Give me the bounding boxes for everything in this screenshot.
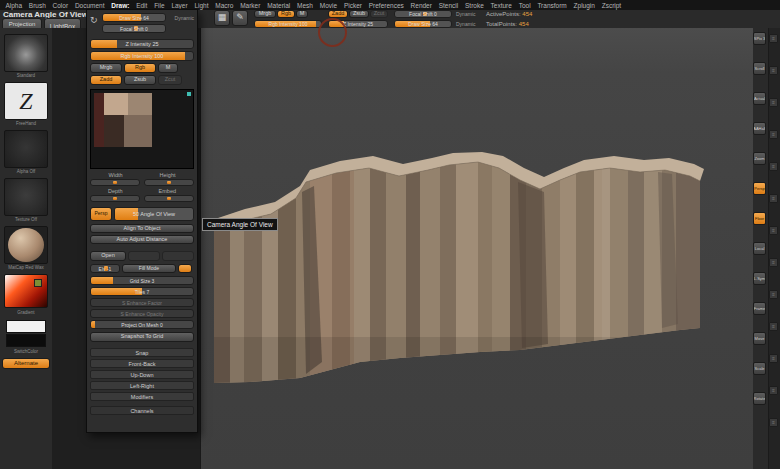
fill-mode-button[interactable]: Fill Mode [122,264,176,273]
menu-stroke[interactable]: Stroke [462,2,488,9]
secondary-color-swatch[interactable] [6,334,46,347]
menu-layer[interactable]: Layer [168,2,191,9]
zadd-button[interactable]: Zadd [328,10,348,18]
rgb-button[interactable]: Rgb [277,10,295,18]
panel-zcut-button[interactable]: Zcut [158,75,182,85]
draw-pointer-button[interactable]: ✎ [232,10,248,26]
terrain-mesh[interactable] [206,152,706,393]
tray-divider-icon[interactable]: ≡ [769,66,778,75]
spix-slider[interactable]: SPix 3 [753,32,766,45]
current-brush-thumbnail[interactable] [4,34,48,72]
menu-macro[interactable]: Macro [212,2,237,9]
panel-draw-size-slider[interactable]: Draw Size 64 [102,13,166,22]
menu-draw[interactable]: Draw: [108,2,133,9]
switchcolor-label[interactable]: SwitchColor [2,349,50,354]
panel-m-button[interactable]: M [158,63,178,73]
current-material-thumbnail[interactable] [4,226,48,264]
tray-divider-icon[interactable]: ≡ [769,162,778,171]
width-slider[interactable] [90,179,140,186]
scale-button[interactable]: Scale [753,362,766,375]
current-alpha-thumbnail[interactable] [4,130,48,168]
lsym-button[interactable]: L.Sym [753,272,766,285]
open-button[interactable]: Open [90,251,126,261]
menu-color[interactable]: Color [49,2,71,9]
zoom-button[interactable]: Zoom [753,152,766,165]
front-back-section-button[interactable]: Front-Back [90,359,194,368]
menu-tool[interactable]: Tool [515,2,534,9]
panel-focal-shift-slider[interactable]: Focal Shift 0 [102,24,166,33]
main-color-swatch[interactable] [6,320,46,333]
panel-rgb-button[interactable]: Rgb [124,63,156,73]
menu-stencil[interactable]: Stencil [435,2,461,9]
menu-mesh[interactable]: Mesh [294,2,317,9]
local-button[interactable]: Local [753,242,766,255]
panel-persp-button[interactable]: Persp [90,207,112,221]
aahalf-button[interactable]: AAHalf [753,122,766,135]
tray-divider-icon[interactable]: ≡ [769,258,778,267]
s-enhance-factor-slider[interactable]: S Enhance Factor [90,298,194,307]
menu-file[interactable]: File [151,2,168,9]
file-slot-button[interactable] [128,251,160,261]
rgb-intensity-slider[interactable]: Rgb Intensity 100 [254,20,322,28]
menu-document[interactable]: Document [72,2,108,9]
tray-divider-icon[interactable]: ≡ [769,290,778,299]
menu-alpha[interactable]: Alpha [2,2,25,9]
current-texture-thumbnail[interactable] [4,178,48,216]
elv-slider[interactable]: Elv -1 [90,264,120,273]
panel-z-intensity-slider[interactable]: Z Intensity 25 [90,39,194,49]
zcut-button[interactable]: Zcut [370,10,388,18]
snapshot-to-grid-button[interactable]: Snapshot To Grid [90,332,194,342]
tray-divider-icon[interactable]: ≡ [769,98,778,107]
refresh-icon[interactable]: ↻ [90,15,98,25]
scroll-button[interactable]: Scroll [753,62,766,75]
tray-divider-icon[interactable]: ≡ [769,322,778,331]
height-slider[interactable] [144,179,194,186]
edit-object-button[interactable]: ▦ [214,10,230,26]
document-canvas[interactable] [200,28,753,469]
depth-slider[interactable] [90,195,140,202]
tray-divider-icon[interactable]: ≡ [769,418,778,427]
panel-mrgb-button[interactable]: Mrgb [90,63,122,73]
menu-marker[interactable]: Marker [237,2,264,9]
menu-picker[interactable]: Picker [341,2,366,9]
tray-divider-icon[interactable]: ≡ [769,354,778,363]
menu-edit[interactable]: Edit [133,2,151,9]
align-to-object-button[interactable]: Align To Object [90,224,194,233]
auto-adjust-distance-button[interactable]: Auto Adjust Distance [90,235,194,244]
project-on-mesh-slider[interactable]: Project On Mesh 0 [90,320,194,329]
left-right-section-button[interactable]: Left-Right [90,381,194,390]
color-picker[interactable] [4,274,48,308]
menu-movie[interactable]: Movie [316,2,340,9]
current-stroke-thumbnail[interactable]: Z [4,82,48,120]
angle-of-view-slider[interactable]: 50 Angle Of View [114,207,194,221]
focal-shift-slider[interactable]: Focal Shift 0 [394,10,452,18]
m-button[interactable]: M [296,10,308,18]
file-slot-button[interactable] [162,251,194,261]
panel-zsub-button[interactable]: Zsub [124,75,156,85]
panel-rgb-intensity-slider[interactable]: Rgb Intensity 100 [90,51,194,61]
grid-size-slider[interactable]: Grid Size 3 [90,276,194,285]
zsub-button[interactable]: Zsub [349,10,369,18]
menu-zplugin[interactable]: Zplugin [570,2,598,9]
menu-transform[interactable]: Transform [534,2,570,9]
tray-divider-icon[interactable]: ≡ [769,194,778,203]
s-enhance-opacity-slider[interactable]: S Enhance Opacity [90,309,194,318]
draw-size-slider[interactable]: Draw Size 64 [394,20,452,28]
embed-slider[interactable] [144,195,194,202]
actual-button[interactable]: Actual [753,92,766,105]
floor-button[interactable]: Floor [753,212,766,225]
menu-render[interactable]: Render [407,2,435,9]
tray-divider-icon[interactable]: ≡ [769,34,778,43]
menu-preferences[interactable]: Preferences [365,2,407,9]
menu-material[interactable]: Material [264,2,294,9]
menu-zscript[interactable]: Zscript [598,2,624,9]
tray-divider-icon[interactable]: ≡ [769,386,778,395]
menu-texture[interactable]: Texture [487,2,515,9]
floor-toggle-button[interactable] [178,264,192,273]
mrgb-button[interactable]: Mrgb [254,10,276,18]
rotate-button[interactable]: Rotate [753,392,766,405]
menu-brush[interactable]: Brush [25,2,49,9]
tray-divider-icon[interactable]: ≡ [769,226,778,235]
tray-divider-icon[interactable]: ≡ [769,130,778,139]
channels-section-button[interactable]: Channels [90,406,194,415]
